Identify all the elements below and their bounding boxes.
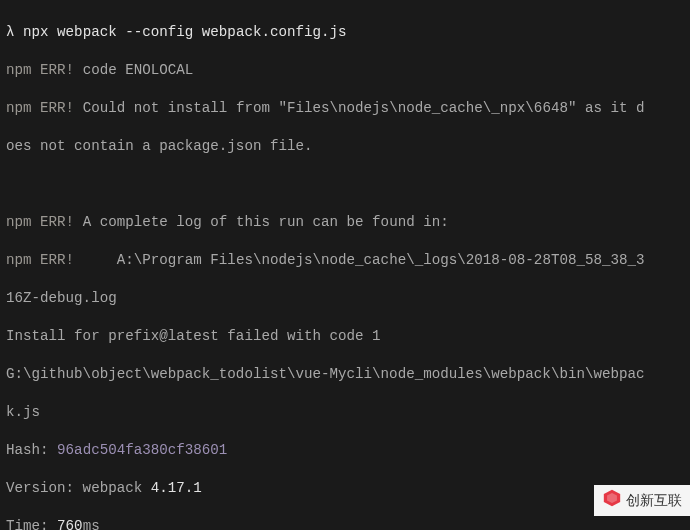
watermark-text: 创新互联 — [626, 491, 682, 510]
err-msg: A:\Program Files\nodejs\node_cache\_logs… — [74, 252, 644, 268]
err-tag: ERR! — [40, 62, 74, 78]
npm-tag: npm — [6, 214, 40, 230]
err-msg: oes not contain a package.json file. — [6, 138, 313, 154]
time-label: Time: — [6, 518, 57, 530]
err-msg: 16Z-debug.log — [6, 290, 117, 306]
prompt-symbol: λ — [6, 24, 15, 40]
path-line: k.js — [6, 404, 40, 420]
command: npx webpack --config webpack.config.js — [23, 24, 347, 40]
err-tag: ERR! — [40, 252, 74, 268]
terminal-output[interactable]: λ npx webpack --config webpack.config.js… — [0, 0, 690, 530]
version-value: 4.17.1 — [151, 480, 202, 496]
version-label: Version: webpack — [6, 480, 151, 496]
hash-label: Hash: — [6, 442, 57, 458]
err-tag: ERR! — [40, 214, 74, 230]
install-fail: Install for prefix@latest failed with co… — [6, 328, 381, 344]
path-line: G:\github\object\webpack_todolist\vue-My… — [6, 366, 645, 382]
hash-value: 96adc504fa380cf38601 — [57, 442, 227, 458]
blank-line — [6, 175, 684, 194]
npm-tag: npm — [6, 100, 40, 116]
err-tag: ERR! — [40, 100, 74, 116]
time-value: 760 — [57, 518, 83, 530]
err-msg: A complete log of this run can be found … — [74, 214, 449, 230]
command-text — [15, 24, 24, 40]
npm-tag: npm — [6, 252, 40, 268]
err-msg: code ENOLOCAL — [74, 62, 193, 78]
npm-tag: npm — [6, 62, 40, 78]
err-msg: Could not install from "Files\nodejs\nod… — [74, 100, 644, 116]
watermark-badge: 创新互联 — [594, 485, 690, 516]
logo-icon — [602, 489, 622, 512]
time-unit: ms — [83, 518, 100, 530]
